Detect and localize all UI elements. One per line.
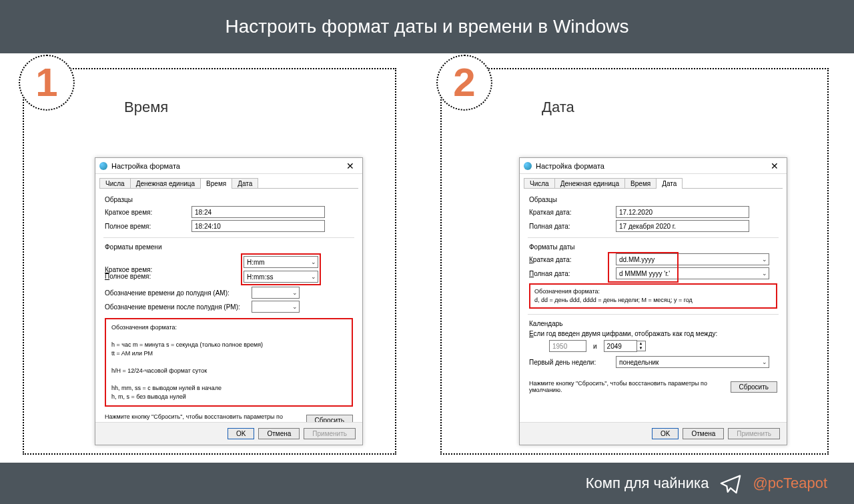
badge-1: 1 [19, 55, 75, 111]
globe-icon [524, 162, 532, 170]
pm-label: Обозначение времени после полудня (PM): [105, 303, 252, 311]
chevron-down-icon[interactable]: ▼ [637, 346, 645, 351]
long-date-label: Полная дата: [529, 223, 616, 230]
short-time-sample: 18:24 [191, 206, 325, 218]
telegram-icon [719, 472, 742, 495]
long-date-format[interactable]: d MMMM yyyy 'г.'⌄ [616, 267, 769, 279]
chevron-down-icon: ⌄ [292, 289, 298, 296]
footer-handle: @pcTeapot [753, 475, 827, 492]
time-format-legend: Обозначения формата: h = час m = минута … [105, 318, 353, 407]
chevron-down-icon: ⌄ [311, 273, 316, 280]
am-label: Обозначение времени до полудня (AM): [105, 289, 252, 297]
short-time-fmt-label: Краткое время: [105, 266, 191, 273]
year-to-spinner[interactable]: 2049 ▲▼ [604, 340, 646, 352]
ok-button[interactable]: OK [652, 428, 679, 439]
dialog-time-tabs: Числа Денежная единица Время Дата [95, 174, 362, 189]
reset-button[interactable]: Сбросить [731, 381, 777, 393]
reset-hint: Нажмите кнопку "Сбросить", чтобы восстан… [529, 380, 731, 393]
year-from: 1950 [549, 340, 586, 352]
dialog-date-tabs: Числа Денежная единица Время Дата [520, 174, 787, 189]
page-footer: Комп для чайника @pcTeapot [0, 463, 854, 504]
panel-date: 2 Дата Настройка формата ✕ Числа Денежна… [440, 68, 829, 455]
short-date-fmt-label: Краткая дата: [529, 256, 616, 263]
short-date-label: Краткая дата: [529, 209, 616, 216]
long-time-format[interactable]: H:mm:ss⌄ [244, 271, 318, 283]
dialog-time-buttons: OK Отмена Применить [95, 422, 362, 445]
dialog-time-title: Настройка формата [111, 162, 342, 170]
cancel-button[interactable]: Отмена [258, 428, 300, 439]
chevron-down-icon: ⌄ [762, 256, 767, 263]
dialog-time-body: Образцы Краткое время: 18:24 Полное врем… [95, 189, 362, 431]
chevron-down-icon: ⌄ [762, 270, 767, 277]
pm-symbol[interactable]: ⌄ [252, 301, 300, 313]
long-date-sample: 17 декабря 2020 г. [616, 220, 749, 232]
dialog-date-title: Настройка формата [536, 162, 767, 170]
dialog-time-titlebar[interactable]: Настройка формата ✕ [95, 158, 362, 174]
page-title: Настроить формат даты и времени в Window… [226, 16, 629, 37]
cancel-button[interactable]: Отмена [683, 428, 724, 439]
chevron-down-icon: ⌄ [292, 303, 298, 310]
am-symbol[interactable]: ⌄ [252, 287, 300, 299]
samples-label: Образцы [105, 196, 353, 203]
time-formats-label: Форматы времени [105, 243, 353, 251]
date-format-legend: Обозначения формата: d, dd = день ddd, d… [529, 283, 777, 309]
chevron-down-icon: ⌄ [762, 359, 767, 365]
long-time-fmt-label: Полное время: [105, 273, 191, 280]
date-formats-label: Форматы даты [529, 243, 777, 251]
close-icon[interactable]: ✕ [767, 161, 783, 171]
tab-date[interactable]: Дата [232, 178, 258, 189]
calendar-label: Календарь [529, 320, 777, 327]
first-day-of-week[interactable]: понедельник⌄ [616, 356, 769, 368]
dialog-date-buttons: OK Отмена Применить [520, 422, 787, 445]
and-label: и [593, 343, 597, 350]
page-header: Настроить формат даты и времени в Window… [0, 0, 854, 53]
short-time-format[interactable]: H:mm⌄ [244, 256, 318, 268]
chevron-down-icon: ⌄ [311, 259, 316, 265]
dialog-date-body: Образцы Краткая дата: 17.12.2020 Полная … [520, 189, 787, 397]
two-digit-year-hint: Если год введен двумя цифрами, отображат… [529, 330, 777, 337]
long-date-fmt-label: Полная дата: [529, 270, 616, 277]
chevron-up-icon[interactable]: ▲ [637, 341, 645, 346]
panel-date-title: Дата [542, 99, 574, 116]
first-day-label: Первый день недели: [529, 359, 616, 366]
short-date-format[interactable]: dd.MM.yyyy⌄ [616, 253, 769, 265]
close-icon[interactable]: ✕ [342, 161, 358, 171]
footer-text: Комп для чайника [586, 475, 709, 492]
globe-icon [99, 162, 107, 170]
apply-button[interactable]: Применить [728, 428, 780, 439]
short-time-label: Краткое время: [105, 209, 191, 216]
panel-time-title: Время [124, 99, 168, 116]
tab-time[interactable]: Время [624, 178, 657, 189]
tab-numbers[interactable]: Числа [99, 178, 131, 189]
tab-numbers[interactable]: Числа [524, 178, 555, 189]
ok-button[interactable]: OK [228, 428, 254, 439]
tab-date[interactable]: Дата [656, 178, 683, 189]
dialog-time: Настройка формата ✕ Числа Денежная едини… [95, 157, 363, 445]
stage: 1 Время Настройка формата ✕ Числа Денежн… [0, 53, 854, 463]
tab-currency[interactable]: Денежная единица [130, 178, 201, 189]
badge-2: 2 [436, 55, 492, 111]
dialog-date: Настройка формата ✕ Числа Денежная едини… [519, 157, 787, 445]
apply-button[interactable]: Применить [304, 428, 356, 439]
dialog-date-titlebar[interactable]: Настройка формата ✕ [520, 158, 787, 174]
long-time-label: Полное время: [105, 223, 191, 230]
tab-time[interactable]: Время [200, 178, 232, 189]
short-date-sample: 17.12.2020 [616, 206, 749, 218]
tab-currency[interactable]: Денежная единица [554, 178, 625, 189]
long-time-sample: 18:24:10 [191, 220, 325, 232]
panel-time: 1 Время Настройка формата ✕ Числа Денежн… [23, 68, 396, 455]
samples-label: Образцы [529, 196, 777, 203]
